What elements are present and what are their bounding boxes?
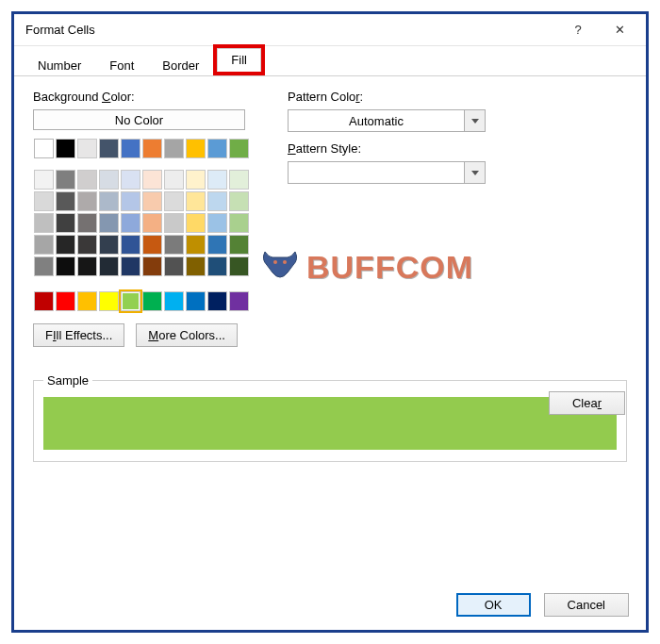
color-swatch[interactable] — [207, 291, 227, 311]
pattern-color-dropdown-button[interactable] — [464, 110, 485, 131]
color-swatch[interactable] — [142, 235, 162, 255]
tab-border[interactable]: Border — [148, 54, 213, 76]
color-swatch[interactable] — [164, 170, 184, 190]
color-swatch[interactable] — [77, 170, 97, 190]
color-swatch[interactable] — [229, 170, 249, 190]
color-swatch[interactable] — [34, 213, 54, 233]
color-swatch[interactable] — [164, 191, 184, 211]
color-swatch[interactable] — [77, 191, 97, 211]
tab-number[interactable]: Number — [24, 54, 95, 76]
sample-group: Sample — [33, 373, 627, 462]
tab-content-fill: Background Color: No Color FIll Effects.… — [14, 76, 646, 471]
more-colors-button[interactable]: More Colors... — [136, 323, 238, 347]
color-swatch[interactable] — [77, 291, 97, 311]
color-swatch[interactable] — [56, 191, 75, 211]
dialog-title: Format Cells — [25, 23, 95, 37]
color-swatch[interactable] — [77, 256, 97, 276]
color-swatch[interactable] — [56, 139, 75, 158]
color-swatch[interactable] — [229, 213, 249, 233]
color-swatch[interactable] — [121, 235, 140, 255]
pattern-style-label: Pattern Style: — [288, 141, 486, 156]
color-swatch[interactable] — [142, 291, 162, 311]
pattern-style-dropdown-button[interactable] — [464, 162, 485, 183]
color-swatch[interactable] — [99, 235, 119, 255]
color-swatch[interactable] — [207, 235, 227, 255]
color-swatch[interactable] — [207, 191, 227, 211]
color-swatch[interactable] — [142, 170, 162, 190]
color-swatch[interactable] — [99, 191, 119, 211]
color-swatch[interactable] — [229, 139, 249, 158]
color-swatch[interactable] — [186, 291, 206, 311]
color-swatch[interactable] — [34, 191, 54, 211]
color-swatch[interactable] — [121, 139, 140, 158]
dialog-footer: OK Cancel — [456, 593, 629, 617]
color-swatch[interactable] — [186, 191, 206, 211]
close-button[interactable]: ✕ — [599, 16, 640, 44]
chevron-down-icon — [471, 119, 479, 124]
color-swatch[interactable] — [56, 170, 75, 190]
color-swatch[interactable] — [34, 291, 54, 311]
color-swatch[interactable] — [207, 139, 227, 158]
color-swatch[interactable] — [186, 139, 206, 158]
color-swatch[interactable] — [99, 213, 119, 233]
color-swatch[interactable] — [164, 213, 184, 233]
color-swatch[interactable] — [142, 139, 162, 158]
color-swatch[interactable] — [186, 170, 206, 190]
color-swatch[interactable] — [56, 235, 75, 255]
color-swatch[interactable] — [164, 235, 184, 255]
color-swatch[interactable] — [164, 139, 184, 158]
ok-button[interactable]: OK — [456, 593, 531, 617]
sample-label: Sample — [43, 373, 92, 388]
color-swatch[interactable] — [121, 170, 140, 190]
color-swatch[interactable] — [229, 191, 249, 211]
color-swatch[interactable] — [121, 291, 140, 311]
color-swatch[interactable] — [186, 235, 206, 255]
tab-font[interactable]: Font — [95, 54, 148, 76]
sample-preview — [43, 397, 617, 450]
color-swatch[interactable] — [142, 213, 162, 233]
color-swatch[interactable] — [77, 213, 97, 233]
color-swatch[interactable] — [207, 256, 227, 276]
help-icon: ? — [574, 23, 581, 37]
no-color-button[interactable]: No Color — [33, 109, 245, 130]
color-swatch[interactable] — [99, 256, 119, 276]
color-swatch[interactable] — [34, 256, 54, 276]
standard-colors-row — [33, 290, 250, 312]
pattern-color-value: Automatic — [289, 114, 464, 128]
help-button[interactable]: ? — [557, 16, 599, 44]
color-swatch[interactable] — [77, 235, 97, 255]
clear-button[interactable]: Clear — [549, 391, 625, 415]
pattern-color-label: Pattern Color: — [288, 90, 486, 104]
color-swatch[interactable] — [229, 291, 249, 311]
color-swatch[interactable] — [34, 235, 54, 255]
color-swatch[interactable] — [56, 291, 75, 311]
color-swatch[interactable] — [99, 291, 119, 311]
tab-fill[interactable]: Fill — [217, 48, 261, 72]
color-swatch[interactable] — [77, 139, 97, 158]
fill-effects-button[interactable]: FIll Effects... — [33, 323, 124, 347]
pattern-style-dropdown[interactable] — [288, 161, 486, 184]
color-swatch[interactable] — [186, 256, 206, 276]
color-swatch[interactable] — [99, 170, 119, 190]
color-swatch[interactable] — [34, 170, 54, 190]
color-swatch[interactable] — [56, 256, 75, 276]
color-swatch[interactable] — [164, 291, 184, 311]
color-swatch[interactable] — [34, 139, 54, 158]
color-swatch[interactable] — [121, 256, 140, 276]
color-swatch[interactable] — [229, 256, 249, 276]
color-swatch[interactable] — [56, 213, 75, 233]
pattern-color-dropdown[interactable]: Automatic — [288, 109, 486, 132]
color-swatch[interactable] — [207, 170, 227, 190]
color-swatch[interactable] — [142, 256, 162, 276]
color-swatch[interactable] — [121, 213, 140, 233]
color-swatch[interactable] — [164, 256, 184, 276]
color-swatch[interactable] — [207, 213, 227, 233]
background-color-label: Background Color: — [33, 90, 250, 104]
theme-colors-tints — [33, 169, 250, 277]
color-swatch[interactable] — [186, 213, 206, 233]
color-swatch[interactable] — [142, 191, 162, 211]
cancel-button[interactable]: Cancel — [544, 593, 629, 617]
color-swatch[interactable] — [229, 235, 249, 255]
color-swatch[interactable] — [121, 191, 140, 211]
color-swatch[interactable] — [99, 139, 119, 158]
